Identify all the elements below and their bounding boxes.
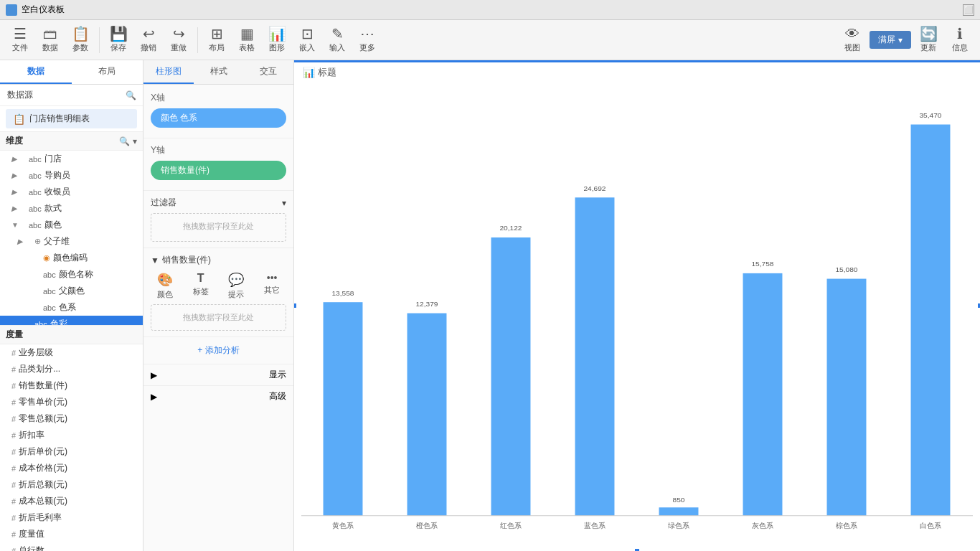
mark-tooltip[interactable]: 💬 提示 — [228, 272, 244, 300]
field-fuziwei[interactable]: ▶ ⊕ 父子维 — [0, 233, 143, 250]
field-pinlei[interactable]: # 品类划分... — [0, 361, 143, 377]
mark-other-label: 其它 — [264, 285, 280, 296]
toolbar-layout[interactable]: ⊞ 布局 — [202, 25, 231, 55]
chart-area: 📊 标题 13,558 12,379 20,122 24,692 850 15,… — [294, 60, 980, 551]
toolbar-info[interactable]: ℹ 信息 — [946, 25, 974, 55]
toolbar-table[interactable]: ▦ 表格 — [232, 25, 261, 55]
main-layout: 数据 布局 数据源 🔍 📋 门店销售明细表 维度 🔍 ▾ ▶ abc 门店 — [0, 60, 980, 551]
field-dulianngzhi[interactable]: # 度量值 — [0, 526, 143, 542]
toolbar-input[interactable]: ✎ 输入 — [323, 25, 352, 55]
mark-tooltip-label: 提示 — [228, 289, 244, 300]
field-shouyin[interactable]: ▶ abc 收银员 — [0, 184, 143, 200]
search-icon[interactable]: 🔍 — [126, 90, 136, 100]
field-label: 导购员 — [44, 169, 70, 182]
search-dimensions-icon[interactable]: 🔍 — [119, 136, 130, 146]
field-zonghshu[interactable]: # 总行数 — [0, 542, 143, 551]
field-chengbenjiage[interactable]: # 成本价格(元) — [0, 460, 143, 476]
more-icon: ⋯ — [360, 27, 374, 41]
toolbar-embed[interactable]: ⊡ 嵌入 — [293, 25, 321, 55]
toolbar-figure[interactable]: 📊 图形 — [263, 25, 291, 55]
toolbar-undo[interactable]: ↩ 撤销 — [134, 25, 163, 55]
figure-icon: 📊 — [268, 27, 286, 41]
field-yanse-mingcheng[interactable]: abc 颜色名称 — [0, 266, 143, 283]
handle-left-center[interactable] — [294, 303, 297, 309]
svg-text:20,122: 20,122 — [499, 225, 522, 232]
toolbar-data[interactable]: 🗃 数据 — [36, 25, 65, 55]
chart-tabs: 柱形图 样式 交互 — [143, 60, 293, 85]
field-label: 折后单价(元) — [19, 446, 67, 458]
field-label: 折扣率 — [19, 429, 44, 441]
mark-label[interactable]: T 标签 — [193, 272, 209, 300]
field-lingshoudanjia[interactable]: # 零售单价(元) — [0, 394, 143, 410]
field-zhekoúdanjia[interactable]: # 折后单价(元) — [0, 443, 143, 460]
advanced-expand-icon: ▶ — [151, 392, 157, 402]
field-type-icon: ▶ — [11, 155, 26, 163]
toolbar-right: 👁 视图 满屏 ▾ 🔄 更新 ℹ 信息 — [838, 25, 974, 55]
field-zhekouzonge[interactable]: # 折后总额(元) — [0, 476, 143, 493]
field-label: 销售数量(件) — [19, 380, 67, 392]
advanced-label: 高级 — [269, 390, 286, 402]
field-label: 款式 — [44, 202, 62, 215]
field-label: 色系 — [59, 301, 76, 314]
toolbar-update[interactable]: 🔄 更新 — [914, 25, 943, 55]
dimensions-title: 维度 — [6, 135, 23, 147]
toolbar-file[interactable]: ☰ 文件 — [6, 25, 34, 55]
toolbar-save[interactable]: 💾 保存 — [104, 25, 133, 55]
table-icon: ▦ — [240, 27, 254, 41]
field-label: 折后毛利率 — [19, 512, 62, 524]
mark-other[interactable]: ••• 其它 — [264, 272, 280, 300]
x-axis-section: X轴 颜色 色系 — [143, 85, 293, 138]
expand-dimensions-icon[interactable]: ▾ — [133, 136, 137, 146]
field-zhekoulv[interactable]: # 折扣率 — [0, 427, 143, 443]
info-icon: ℹ — [957, 27, 963, 41]
marks-icons: 🎨 颜色 T 标签 💬 提示 ••• 其它 — [151, 272, 286, 300]
marks-expand-icon[interactable]: ▼ — [151, 255, 159, 265]
datasource-item[interactable]: 📋 门店销售明细表 — [6, 109, 137, 128]
x-axis-pill[interactable]: 颜色 色系 — [151, 108, 286, 128]
field-se-xi[interactable]: abc 色系 — [0, 299, 143, 316]
svg-text:850: 850 — [673, 496, 685, 504]
field-kuanshi[interactable]: ▶ abc 款式 — [0, 200, 143, 217]
field-xiaoliang[interactable]: # 销售数量(件) — [0, 377, 143, 394]
table-icon: 📋 — [13, 113, 25, 125]
toolbar-params[interactable]: 📋 参数 — [66, 25, 95, 55]
field-fu-yanse[interactable]: abc 父颜色 — [0, 283, 143, 299]
tab-data[interactable]: 数据 — [0, 60, 72, 84]
svg-text:灰色系: 灰色系 — [752, 522, 774, 529]
fullscreen-button[interactable]: 满屏 ▾ — [870, 31, 911, 49]
tab-layout[interactable]: 布局 — [72, 60, 143, 84]
y-axis-label: Y轴 — [151, 144, 286, 156]
tab-interact[interactable]: 交互 — [243, 60, 293, 84]
field-label: 零售单价(元) — [19, 396, 67, 408]
handle-right-center[interactable] — [977, 303, 980, 309]
field-yanse-bianma[interactable]: ◉ 颜色编码 — [0, 250, 143, 266]
handle-bottom-center[interactable] — [634, 548, 640, 551]
field-zhekoumaoili[interactable]: # 折后毛利率 — [0, 509, 143, 526]
field-mendian[interactable]: ▶ abc 门店 — [0, 151, 143, 167]
field-yewu[interactable]: # 业务层级 — [0, 344, 143, 361]
filter-header[interactable]: 过滤器 ▾ — [151, 197, 286, 209]
measures-title: 度量 — [6, 329, 23, 341]
display-section[interactable]: ▶ 显示 — [143, 364, 293, 385]
svg-text:35,470: 35,470 — [919, 111, 942, 119]
toolbar-view[interactable]: 👁 视图 — [838, 25, 867, 55]
field-daogou[interactable]: ▶ abc 导购员 — [0, 167, 143, 184]
field-lingshouzongé[interactable]: # 零售总额(元) — [0, 410, 143, 427]
save-icon: 💾 — [110, 27, 128, 41]
tab-style[interactable]: 样式 — [194, 60, 244, 84]
svg-text:15,758: 15,758 — [751, 260, 774, 268]
y-axis-pill[interactable]: 销售数量(件) — [151, 161, 286, 180]
advanced-section[interactable]: ▶ 高级 — [143, 385, 293, 407]
mark-color[interactable]: 🎨 颜色 — [157, 272, 173, 300]
tab-bar-chart[interactable]: 柱形图 — [143, 60, 194, 84]
field-yanse[interactable]: ▼ abc 颜色 — [0, 217, 143, 233]
field-se-cai[interactable]: abc 色彩 — [0, 316, 143, 325]
field-label: 品类划分... — [19, 363, 60, 375]
maximize-button[interactable]: ⬜ — [963, 4, 974, 16]
toolbar-more[interactable]: ⋯ 更多 — [353, 25, 382, 55]
add-analysis-button[interactable]: + 添加分析 — [143, 336, 293, 364]
chart-title-text: 标题 — [318, 66, 336, 79]
field-chengbenzonge[interactable]: # 成本总额(元) — [0, 493, 143, 509]
input-icon: ✎ — [331, 27, 344, 41]
toolbar-redo[interactable]: ↪ 重做 — [164, 25, 193, 55]
